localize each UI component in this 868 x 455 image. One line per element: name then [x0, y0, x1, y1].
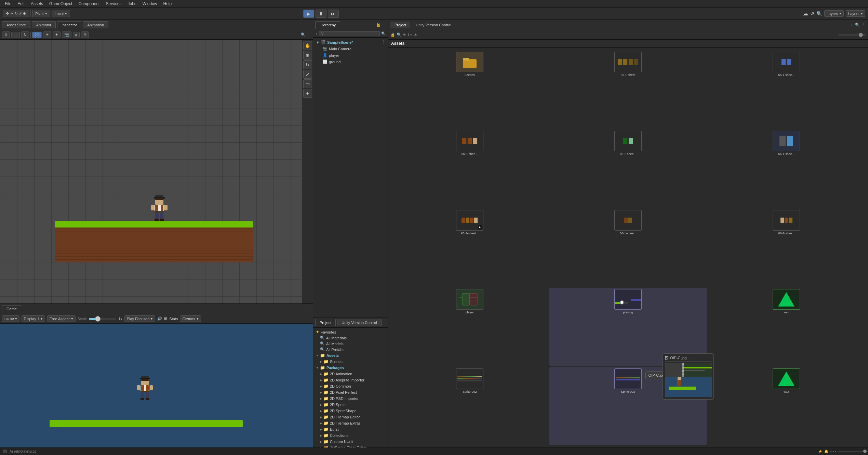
scene-search-icon[interactable]: 🔍: [301, 32, 306, 37]
transform-tool[interactable]: ✦: [303, 89, 312, 98]
toolbar-transform-tools[interactable]: ✥ ↔ ↻ ⤢ ⊕: [3, 10, 29, 17]
assets-lock-icon[interactable]: 🔒: [390, 32, 395, 37]
tree-2d-sprite[interactable]: ▶ 📁 2D Sprite: [313, 402, 388, 408]
menu-component[interactable]: Component: [76, 1, 102, 7]
tab-hierarchy[interactable]: Hierarchy: [315, 21, 340, 29]
hand-tool[interactable]: ✋: [303, 41, 312, 50]
assets-star-icon[interactable]: ★: [403, 32, 406, 37]
hierarchy-player[interactable]: 👤 player: [313, 52, 388, 58]
tree-scenes[interactable]: ▶ 📁 Scenes: [313, 359, 388, 365]
gizmos-dropdown[interactable]: Gizmos ▾: [180, 315, 201, 322]
tree-2d-psd-importer[interactable]: ▶ 📁 2D PSD Importer: [313, 395, 388, 402]
scene-options-icon[interactable]: ⋮: [382, 40, 385, 44]
layers-dropdown[interactable]: Layers ▾: [824, 10, 844, 17]
layout-dropdown[interactable]: Layout ▾: [846, 10, 865, 17]
asset-sprite-2[interactable]: 66-1-shee...: [708, 50, 865, 128]
scene-tool-3[interactable]: ↻: [21, 31, 29, 38]
file-popup[interactable]: 🖼 OIP-C.jpg...: [663, 353, 714, 400]
status-icon-1[interactable]: ⚡: [818, 450, 822, 453]
tab-version-control[interactable]: Unity Version Control: [337, 319, 381, 326]
menu-file[interactable]: File: [2, 1, 14, 7]
menu-assets[interactable]: Assets: [28, 1, 46, 7]
tree-2d-tilemap-editor[interactable]: ▶ 📁 2D Tilemap Editor: [313, 414, 388, 420]
tree-all-prefabs[interactable]: 🔍 All Prefabs: [313, 347, 388, 352]
hierarchy-scene[interactable]: ▼ 🎬 SampleScene* ⋮: [313, 39, 388, 46]
hierarchy-lock-icon[interactable]: 🔓: [376, 23, 381, 27]
pivot-toggle[interactable]: Pivot ▾: [32, 10, 50, 17]
asset-sprite-7[interactable]: 66-1-shee...: [549, 209, 706, 286]
assets-search-icon[interactable]: 🔍: [855, 23, 860, 27]
tree-2d-pixel-perfect[interactable]: ▶ 📁 2D Pixel Perfect: [313, 389, 388, 395]
asset-sprite-6[interactable]: ▶ 66-1-sheet...: [391, 209, 548, 286]
step-button[interactable]: ⏭: [328, 10, 339, 18]
aspect-ratio-icon[interactable]: ⊞: [164, 316, 167, 321]
tree-assets[interactable]: ▼ 📁 Assets: [313, 352, 388, 359]
asset-sprite-3[interactable]: 66-1-shee...: [391, 129, 548, 207]
audio-icon[interactable]: 🔊: [157, 316, 162, 321]
menu-jobs[interactable]: Jobs: [125, 1, 139, 7]
scene-grid-toggle[interactable]: #: [73, 32, 80, 38]
assets-info-icon[interactable]: ℹ: [408, 32, 409, 37]
tree-favorites[interactable]: ★ Favorites: [313, 329, 388, 335]
scene-tab-options[interactable]: ⋮: [307, 23, 311, 27]
tab-animation[interactable]: Animation: [83, 21, 108, 28]
hierarchy-ground[interactable]: ⬜ ground: [313, 58, 388, 65]
status-slider[interactable]: [838, 451, 865, 452]
menu-gameobject[interactable]: GameObject: [46, 1, 75, 7]
scale-tool[interactable]: ⤢: [303, 70, 312, 79]
asset-sprite-002[interactable]: Sprite-002: [391, 367, 548, 445]
assets-search-btn[interactable]: 🔍: [397, 32, 401, 37]
stats-label[interactable]: Stats: [169, 317, 178, 321]
asset-sprite-4[interactable]: 66-1-shee...: [549, 129, 706, 207]
tab-animator[interactable]: Animator: [32, 21, 56, 28]
hierarchy-options-icon[interactable]: ⋮: [382, 23, 386, 27]
status-icon-2[interactable]: 🔔: [824, 450, 828, 453]
menu-window[interactable]: Window: [140, 1, 160, 7]
rotate-tool[interactable]: ↻: [303, 60, 312, 69]
display-dropdown[interactable]: Display 1 ▾: [22, 315, 45, 322]
tree-2d-tilemap-extras[interactable]: ▶ 📁 2D Tilemap Extras: [313, 420, 388, 426]
cloud-icon[interactable]: ☁: [803, 10, 808, 17]
tree-burst[interactable]: ▶ 📁 Burst: [313, 426, 388, 432]
tab-asset-store[interactable]: Asset Store: [2, 21, 30, 28]
play-focused-dropdown[interactable]: Play Focused ▾: [124, 315, 156, 322]
assets-size-slider[interactable]: [838, 34, 866, 36]
asset-wait-anim[interactable]: wait: [708, 367, 865, 445]
tree-all-materials[interactable]: 🔍 All Materials: [313, 335, 388, 341]
menu-services[interactable]: Services: [103, 1, 124, 7]
tab-inspector-top[interactable]: Inspector: [57, 21, 81, 29]
scene-content[interactable]: ✋ ⊕ ↻ ⤢ ▭ ✦: [0, 40, 313, 303]
asset-sprite-8[interactable]: 66-1-shee...: [708, 209, 865, 286]
play-button[interactable]: ▶: [303, 10, 314, 18]
asset-sprite-1[interactable]: 66-1-sheet: [549, 50, 706, 128]
tree-2d-animation[interactable]: ▶ 📁 2D Animation: [313, 371, 388, 377]
tree-2d-aseprite[interactable]: ▶ 📁 2D Aseprite Importer: [313, 377, 388, 383]
move-tool[interactable]: ⊕: [303, 51, 312, 60]
scene-gizmo-toggle[interactable]: ⊞: [81, 31, 89, 38]
free-aspect-dropdown[interactable]: Free Aspect ▾: [47, 315, 76, 322]
tab-vc[interactable]: Unity Version Control: [412, 22, 455, 28]
local-toggle[interactable]: Local ▾: [52, 10, 70, 17]
game-tab-options[interactable]: ⋮: [307, 307, 311, 311]
assets-add-icon[interactable]: +: [851, 23, 853, 27]
asset-run-anim[interactable]: run: [708, 288, 865, 365]
assets-options-icon[interactable]: ⋮: [862, 23, 866, 27]
menu-help[interactable]: Help: [161, 1, 175, 7]
hierarchy-add-icon[interactable]: +: [315, 32, 317, 36]
scene-tool-1[interactable]: ⊕: [2, 31, 10, 38]
asset-sprite-5[interactable]: 66-1-shee...: [708, 129, 865, 207]
undo-icon[interactable]: ↺: [810, 11, 814, 16]
tree-packages[interactable]: ▼ 📁 Packages: [313, 365, 388, 371]
hierarchy-search-input[interactable]: [319, 31, 380, 36]
tab-project[interactable]: Project: [315, 319, 336, 326]
search-icon[interactable]: 🔍: [816, 11, 822, 16]
tree-all-models[interactable]: 🔍 All Models: [313, 341, 388, 347]
tree-collections[interactable]: ▶ 📁 Collections: [313, 432, 388, 439]
game-content[interactable]: [0, 324, 313, 447]
hierarchy-main-camera[interactable]: 📷 Main Camera: [313, 46, 388, 52]
tree-2d-spriteshape[interactable]: ▶ 📁 2D SpriteShape: [313, 408, 388, 414]
asset-scenes-folder[interactable]: Scenes: [391, 50, 548, 128]
tab-project-assets[interactable]: Project: [390, 22, 410, 28]
pause-button[interactable]: ⏸: [316, 10, 326, 18]
scene-2d-toggle[interactable]: 2D: [32, 32, 42, 38]
